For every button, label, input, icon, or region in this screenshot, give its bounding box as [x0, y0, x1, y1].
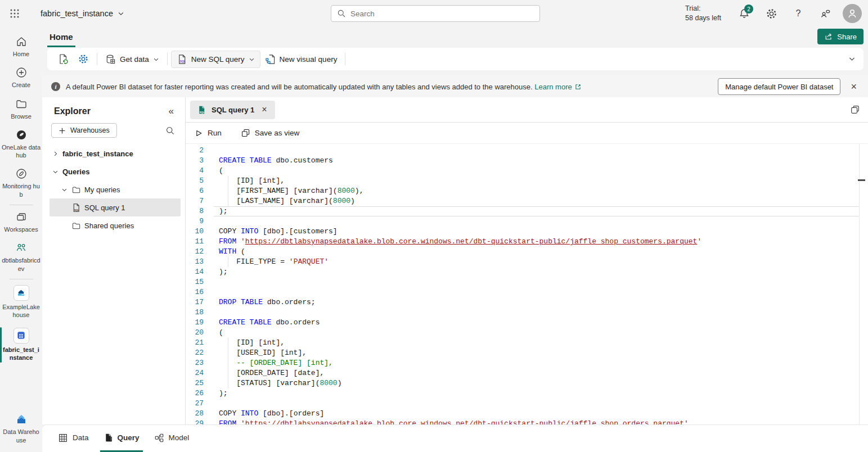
code-line[interactable]: 27: [186, 399, 868, 409]
view-tab-model[interactable]: Model: [151, 425, 193, 452]
code-text[interactable]: CREATE TABLE dbo.customers: [214, 156, 860, 166]
global-search[interactable]: [331, 5, 540, 22]
code-line[interactable]: 5 [ID] [int],: [186, 176, 868, 186]
rail-item-home[interactable]: Home: [0, 31, 42, 62]
code-line[interactable]: 6 [FIRST_NAME] [varchar](8000),: [186, 186, 868, 196]
code-text[interactable]: [214, 277, 860, 287]
tree-item-sql-query-1[interactable]: SQL SQL query 1: [50, 198, 181, 216]
code-text[interactable]: [USER_ID] [int],: [214, 348, 860, 358]
rail-item-monitoring-hub[interactable]: Monitoring hub: [0, 164, 42, 203]
copy-icon[interactable]: [850, 105, 860, 115]
overview-ruler[interactable]: [859, 144, 860, 424]
feedback-button[interactable]: [816, 4, 835, 23]
account-avatar[interactable]: [843, 4, 862, 23]
code-line[interactable]: 28COPY INTO [dbo].[orders]: [186, 409, 868, 419]
rail-item-fabric-test-instance[interactable]: fabric_test_instance: [0, 324, 42, 367]
code-text[interactable]: [STATUS] [varchar](8000): [214, 378, 860, 388]
code-text[interactable]: [214, 146, 860, 156]
code-text[interactable]: COPY INTO [dbo].[customers]: [214, 227, 860, 237]
add-warehouses-button[interactable]: Warehouses: [51, 123, 117, 138]
code-text[interactable]: [214, 399, 860, 409]
code-line[interactable]: 14);: [186, 267, 868, 277]
code-text[interactable]: FILE_TYPE = 'PARQUET': [214, 257, 860, 267]
tree-item-warehouse[interactable]: fabric_test_instance: [42, 144, 185, 162]
code-text[interactable]: FROM 'https://dbtlabsynapsedatalake.blob…: [214, 237, 860, 247]
tab-home[interactable]: Home: [47, 32, 75, 47]
notifications-button[interactable]: 2: [735, 4, 754, 23]
code-line[interactable]: 4(: [186, 166, 868, 176]
run-button[interactable]: Run: [194, 129, 222, 138]
code-text[interactable]: [214, 308, 860, 318]
code-line[interactable]: 26);: [186, 388, 868, 399]
manage-dataset-button[interactable]: Manage default Power BI dataset: [718, 78, 840, 95]
code-text[interactable]: CREATE TABLE dbo.orders: [214, 318, 860, 328]
code-line[interactable]: 16: [186, 287, 868, 297]
code-text[interactable]: DROP TABLE dbo.orders;: [214, 297, 860, 308]
code-line[interactable]: 19CREATE TABLE dbo.orders: [186, 318, 868, 328]
code-text[interactable]: COPY INTO [dbo].[orders]: [214, 409, 860, 419]
ribbon-collapse-button[interactable]: [848, 55, 856, 62]
view-tab-data[interactable]: Data: [55, 425, 92, 452]
settings-toolbar-button[interactable]: [73, 50, 93, 68]
code-line[interactable]: 3CREATE TABLE dbo.customers: [186, 156, 868, 166]
settings-button[interactable]: [762, 4, 781, 23]
new-visual-query-button[interactable]: New visual query: [260, 51, 342, 68]
code-line[interactable]: 15: [186, 277, 868, 287]
search-input[interactable]: [350, 10, 534, 18]
code-text[interactable]: (: [214, 166, 860, 176]
code-text[interactable]: [ID] [int],: [214, 338, 860, 348]
code-text[interactable]: [214, 287, 860, 297]
code-line[interactable]: 23 -- [ORDER_DATE] [int],: [186, 358, 868, 368]
code-text[interactable]: );: [214, 388, 860, 399]
rail-item-create[interactable]: Create: [0, 62, 42, 93]
app-launcher-icon[interactable]: [2, 0, 27, 27]
new-sql-query-button[interactable]: SQL New SQL query: [171, 51, 260, 68]
code-text[interactable]: FROM 'https://dbtlabsynapsedatalake.blob…: [214, 419, 860, 424]
code-text[interactable]: );: [214, 267, 860, 277]
code-text[interactable]: [LAST_NAME] [varchar](8000): [214, 196, 860, 206]
collapse-explorer-icon[interactable]: «: [169, 106, 174, 117]
code-line[interactable]: 9: [186, 216, 868, 227]
code-line[interactable]: 24 [ORDER_DATE] [date],: [186, 368, 868, 378]
code-text[interactable]: [ID] [int],: [214, 176, 860, 186]
share-button[interactable]: Share: [817, 29, 863, 44]
code-text[interactable]: [ORDER_DATE] [date],: [214, 368, 860, 378]
code-line[interactable]: 12WITH (: [186, 247, 868, 257]
rail-item-onelake-data-hub[interactable]: OneLake data hub: [0, 125, 42, 164]
sql-code-editor[interactable]: 23CREATE TABLE dbo.customers4(5 [ID] [in…: [186, 144, 868, 424]
help-button[interactable]: ?: [789, 4, 808, 23]
get-data-button[interactable]: Get data: [101, 51, 164, 68]
code-line[interactable]: 7 [LAST_NAME] [varchar](8000): [186, 196, 868, 206]
rail-item-workspaces[interactable]: Workspaces: [0, 207, 42, 238]
code-line[interactable]: 22 [USER_ID] [int],: [186, 348, 868, 358]
code-text[interactable]: (: [214, 328, 860, 338]
code-line[interactable]: 17DROP TABLE dbo.orders;: [186, 297, 868, 308]
code-text[interactable]: WITH (: [214, 247, 860, 257]
query-tab-sql-query-1[interactable]: SQL SQL query 1 ×: [190, 101, 275, 119]
search-icon[interactable]: [165, 126, 175, 135]
code-text[interactable]: [214, 216, 860, 227]
learn-more-link[interactable]: Learn more: [534, 83, 581, 91]
view-tab-query[interactable]: Query: [100, 425, 143, 452]
code-line[interactable]: 18: [186, 308, 868, 318]
workspace-switcher[interactable]: fabric_test_instance: [41, 9, 124, 18]
code-line[interactable]: 8);: [186, 206, 868, 216]
code-line[interactable]: 20(: [186, 328, 868, 338]
rail-item-data-warehouse[interactable]: Data Warehouse: [0, 408, 42, 452]
code-line[interactable]: 11FROM 'https://dbtlabsynapsedatalake.bl…: [186, 237, 868, 247]
tree-item-my-queries[interactable]: My queries: [42, 180, 185, 198]
save-as-view-button[interactable]: Save as view: [241, 128, 300, 138]
code-line[interactable]: 10COPY INTO [dbo].[customers]: [186, 227, 868, 237]
code-text[interactable]: [FIRST_NAME] [varchar](8000),: [214, 186, 860, 196]
code-line[interactable]: 25 [STATUS] [varchar](8000): [186, 378, 868, 388]
tree-item-shared-queries[interactable]: Shared queries: [42, 216, 185, 234]
close-tab-icon[interactable]: ×: [259, 105, 269, 115]
banner-close-icon[interactable]: ×: [846, 82, 861, 92]
code-line[interactable]: 13 FILE_TYPE = 'PARQUET': [186, 257, 868, 267]
code-line[interactable]: 29FROM 'https://dbtlabsynapsedatalake.bl…: [186, 419, 868, 424]
rail-item-dbtlabsfabricdev[interactable]: dbtlabsfabricdev: [0, 238, 42, 277]
code-text[interactable]: );: [214, 206, 860, 216]
refresh-button[interactable]: [53, 50, 73, 68]
code-line[interactable]: 21 [ID] [int],: [186, 338, 868, 348]
tree-item-queries[interactable]: Queries: [42, 162, 185, 180]
